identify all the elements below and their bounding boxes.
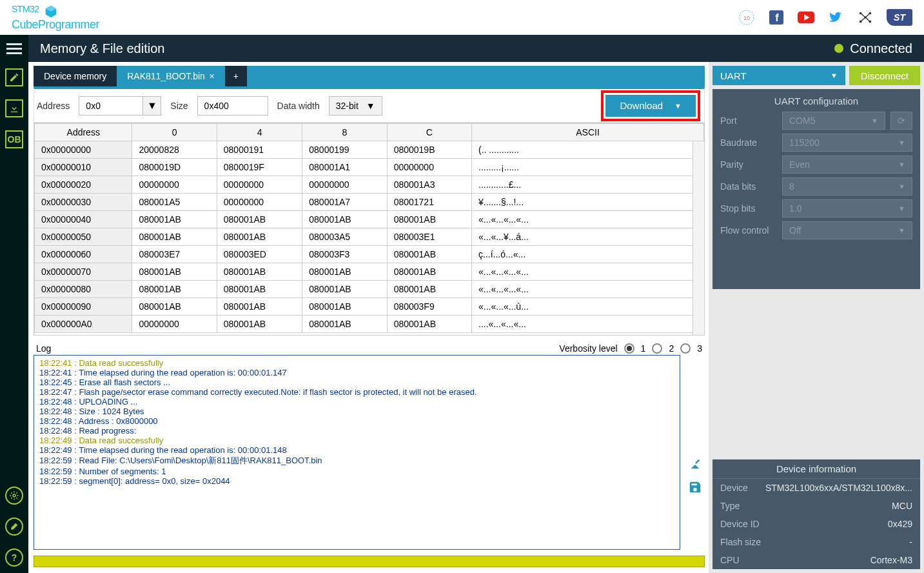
memory-grid: Address048CASCII 0x000000002000082808000… — [34, 123, 705, 336]
table-row[interactable]: 0x00000060080003E7080003ED080003F3080001… — [35, 246, 704, 263]
table-row[interactable]: 0x00000040080001AB080001AB080001AB080001… — [35, 211, 704, 228]
top-header: STM32 CubeProgrammer 10 f ST — [0, 0, 924, 35]
sidebar-item-erase[interactable] — [0, 511, 28, 542]
databits-select[interactable]: 8▼ — [782, 177, 912, 196]
progress-bar — [34, 556, 705, 567]
st-logo[interactable]: ST — [887, 9, 912, 26]
svg-text:10: 10 — [743, 15, 750, 21]
tab-device-memory[interactable]: Device memory — [34, 66, 117, 86]
verbosity-1[interactable] — [624, 343, 634, 354]
clear-log-icon[interactable] — [688, 457, 702, 471]
close-icon[interactable]: ✕ — [209, 72, 215, 81]
app-logo: STM32 CubeProgrammer — [12, 5, 99, 30]
log-title: Log — [36, 343, 51, 354]
download-highlight: Download▼ — [601, 90, 700, 121]
scrollbar[interactable] — [693, 141, 704, 335]
col-0[interactable]: 0 — [132, 124, 217, 141]
port-select[interactable]: COM5▼ — [782, 112, 885, 130]
config-title: UART configuration — [720, 96, 912, 106]
address-label: Address — [37, 101, 70, 111]
col-c[interactable]: C — [387, 124, 471, 141]
size-input[interactable] — [197, 96, 268, 116]
network-icon[interactable] — [857, 10, 874, 25]
save-log-icon[interactable] — [688, 480, 702, 494]
sidebar-item-download[interactable] — [0, 93, 28, 124]
parity-select[interactable]: Even▼ — [782, 156, 912, 174]
address-dropdown[interactable]: ▼ — [143, 96, 161, 116]
logo-line2: CubeProgrammer — [12, 18, 99, 31]
interface-select[interactable]: UART▼ — [713, 66, 845, 85]
verbosity-2[interactable] — [652, 343, 662, 354]
youtube-icon[interactable] — [798, 10, 814, 25]
sidebar: OB ? — [0, 35, 28, 573]
refresh-icon[interactable]: ⟳ — [890, 112, 912, 130]
table-row[interactable]: 0x00000050080001AB080001AB080003A5080003… — [35, 228, 704, 246]
svg-text:f: f — [775, 12, 779, 23]
page-title: Memory & File edition — [40, 41, 164, 56]
verbosity-label: Verbosity level — [559, 343, 617, 354]
datawidth-select[interactable]: 32-bit▼ — [329, 96, 382, 116]
table-row[interactable]: 0x00000000200008280800019108000199080001… — [35, 141, 704, 159]
download-button[interactable]: Download▼ — [605, 95, 696, 117]
sidebar-item-settings[interactable] — [0, 480, 28, 511]
table-row[interactable]: 0x00000030080001A500000000080001A7080017… — [35, 194, 704, 211]
flowcontrol-select[interactable]: Off▼ — [782, 221, 912, 239]
toolbar: Address ▼ Size Data width 32-bit▼ Downlo… — [34, 86, 705, 123]
tab-bar: Device memory RAK811_BOOT.bin✕ + — [34, 66, 705, 86]
table-row[interactable]: 0x00000080080001AB080001AB080001AB080001… — [35, 281, 704, 298]
tab-file[interactable]: RAK811_BOOT.bin✕ — [117, 66, 225, 86]
col-8[interactable]: 8 — [302, 124, 387, 141]
address-input[interactable] — [79, 96, 143, 116]
col-address[interactable]: Address — [35, 124, 132, 141]
sidebar-item-edit[interactable] — [0, 62, 28, 93]
facebook-icon[interactable]: f — [768, 10, 785, 25]
col-4[interactable]: 4 — [217, 124, 302, 141]
twitter-icon[interactable] — [827, 10, 844, 25]
status-dot — [834, 44, 843, 53]
col-ascii[interactable]: ASCII — [472, 124, 704, 141]
right-panel: UART▼ Disconnect UART configuration Port… — [709, 62, 924, 573]
table-row[interactable]: 0x000000A000000000080001AB080001AB080001… — [35, 316, 704, 333]
svg-point-10 — [13, 494, 15, 497]
baudrate-select[interactable]: 115200▼ — [782, 134, 912, 152]
stopbits-select[interactable]: 1.0▼ — [782, 199, 912, 217]
device-info: Device information DeviceSTM32L100x6xxA/… — [713, 459, 920, 569]
table-row[interactable]: 0x000000100800019D0800019F080001A1000000… — [35, 159, 704, 176]
title-bar: Memory & File edition Connected — [28, 35, 924, 62]
sidebar-item-ob[interactable]: OB — [0, 124, 28, 155]
cube-icon — [44, 5, 58, 19]
table-row[interactable]: 0x00000020000000000000000000000000080001… — [35, 176, 704, 194]
table-row[interactable]: 0x00000090080001AB080001AB080001AB080003… — [35, 298, 704, 316]
logo-line1: STM32 — [12, 4, 39, 14]
verbosity-3[interactable] — [680, 343, 691, 354]
uart-config: UART configuration PortCOM5▼⟳ Baudrate11… — [713, 89, 920, 289]
badge-icon[interactable]: 10 — [738, 10, 755, 25]
table-row[interactable]: 0x00000070080001AB080001AB080001AB080001… — [35, 263, 704, 281]
size-label: Size — [170, 101, 188, 111]
status-label: Connected — [850, 41, 912, 56]
log-box[interactable]: 18:22:41 : Data read successfully 18:22:… — [34, 355, 680, 550]
sidebar-item-help[interactable]: ? — [0, 542, 28, 573]
menu-icon[interactable] — [0, 35, 28, 62]
disconnect-button[interactable]: Disconnect — [849, 66, 920, 85]
datawidth-label: Data width — [277, 101, 320, 111]
tab-add[interactable]: + — [225, 66, 247, 86]
